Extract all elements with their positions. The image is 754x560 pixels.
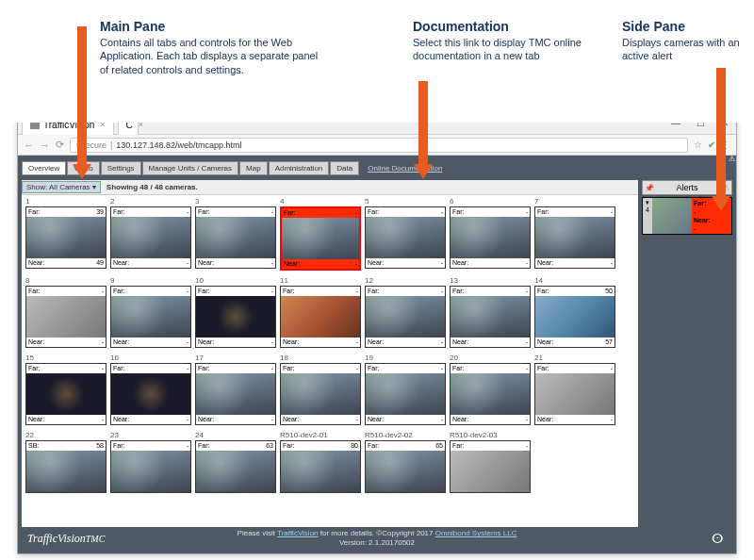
camera-thumbnail[interactable] <box>366 451 445 492</box>
arrow-main <box>77 26 87 166</box>
camera-tile[interactable]: 12Far:-Near:- <box>365 276 446 348</box>
camera-thumbnail[interactable] <box>111 217 190 258</box>
camera-thumbnail[interactable] <box>451 296 530 338</box>
camera-thumbnail[interactable] <box>535 296 615 338</box>
camera-tile[interactable]: R510-dev2-01Far:80 <box>280 431 361 493</box>
arrow-head-doc <box>414 164 433 179</box>
camera-thumbnail[interactable] <box>196 296 275 338</box>
camera-tile[interactable]: 10Far:-Near:- <box>195 276 276 348</box>
camera-thumbnail[interactable] <box>451 451 530 492</box>
url-input[interactable]: t secure | 130.127.148.82/web/tmcapp.htm… <box>70 138 688 153</box>
forward-icon[interactable]: → <box>40 140 50 151</box>
tab-settings[interactable]: Settings <box>101 161 141 175</box>
camera-id: 12 <box>365 276 446 285</box>
camera-thumbnail[interactable] <box>282 218 359 259</box>
camera-tile[interactable]: 23Far:- <box>110 431 191 493</box>
camera-thumbnail[interactable] <box>26 451 106 492</box>
arrow-head-side <box>712 196 730 211</box>
camera-tile[interactable]: 4Far:-⚠Near:- <box>280 197 361 271</box>
camera-tile[interactable]: 3Far:-Near:- <box>195 197 276 271</box>
camera-thumbnail[interactable] <box>366 373 445 415</box>
near-readout: Near:- <box>281 338 360 347</box>
camera-tile[interactable]: 14Far:50Near:57 <box>534 276 615 348</box>
camera-tile[interactable]: 9Far:-Near:- <box>110 276 191 348</box>
browser-window: TrafficVision × C × — ☐ ✕ ← → ⟳ t secure… <box>17 111 737 554</box>
camera-thumbnail[interactable] <box>451 217 530 258</box>
camera-tile[interactable]: 20Far:-Near:- <box>450 354 531 425</box>
camera-tile[interactable]: 11Far:-Near:- <box>280 276 361 348</box>
camera-tile[interactable]: 2Far:-Near:- <box>110 197 191 271</box>
camera-tile[interactable]: 6Far:-Near:- <box>450 197 531 271</box>
tab-manage-units[interactable]: Manage Units / Cameras <box>142 161 238 175</box>
camera-thumbnail[interactable] <box>111 451 190 492</box>
footer-text: Please visit <box>238 529 278 537</box>
footer-link-omnibond[interactable]: Omnibond Systems LLC <box>435 529 517 537</box>
far-readout: Far:- <box>451 207 530 217</box>
camera-tile[interactable]: 1Far:39Near:49 <box>25 197 107 271</box>
camera-thumbnail[interactable] <box>366 296 445 338</box>
footer-center: Please visit TrafficVision for more deta… <box>238 529 517 547</box>
camera-thumbnail[interactable] <box>26 296 106 338</box>
camera-thumbnail[interactable] <box>366 217 445 258</box>
camera-tile[interactable]: 7Far:-Near:- <box>534 197 615 271</box>
camera-thumbnail[interactable] <box>196 451 275 492</box>
far-readout: Far:- <box>366 207 445 217</box>
camera-thumbnail[interactable] <box>535 217 615 258</box>
callout-title: Documentation <box>413 19 592 34</box>
bookmark-icon[interactable]: ☆ <box>694 140 702 150</box>
show-cameras-dropdown[interactable]: Show: All Cameras ▾ <box>22 181 101 193</box>
callout-title: Side Pane <box>622 19 745 34</box>
camera-thumbnail[interactable] <box>111 296 190 338</box>
camera-id: R510-dev2-02 <box>365 431 446 439</box>
camera-tile[interactable]: 8Far:-Near:- <box>25 276 107 348</box>
tab-map[interactable]: Map <box>239 161 268 175</box>
far-readout: Far:- <box>111 207 190 217</box>
camera-id: 2 <box>110 197 191 206</box>
far-readout: Far:39 <box>26 207 106 217</box>
alert-thumbnail[interactable] <box>652 198 692 234</box>
camera-grid[interactable]: 1Far:39Near:492Far:-Near:-3Far:-Near:-4F… <box>22 195 638 527</box>
camera-id: 11 <box>280 276 361 285</box>
camera-thumbnail[interactable] <box>535 373 615 415</box>
camera-thumbnail[interactable] <box>26 373 106 415</box>
logo-text-2: TMC <box>86 534 106 544</box>
camera-tile[interactable]: R510-dev2-03Far:- <box>450 431 531 493</box>
footer-link-trafficvision[interactable]: TrafficVision <box>277 529 318 537</box>
tab-administration[interactable]: Administration <box>269 161 330 175</box>
tab-overview[interactable]: Overview <box>22 161 66 175</box>
camera-tile[interactable]: R510-dev2-02Far:65 <box>365 431 446 493</box>
far-readout: Far:- <box>366 287 445 296</box>
pin-icon[interactable]: 📌 <box>645 184 654 192</box>
camera-tile[interactable]: 19Far:-Near:- <box>365 354 446 425</box>
camera-thumbnail[interactable] <box>451 373 530 415</box>
footer: TrafficVisionTMC Please visit TrafficVis… <box>22 527 732 550</box>
far-readout: Far:-⚠ <box>282 208 359 218</box>
callout-body: Select this link to display TMC online d… <box>413 36 592 63</box>
camera-id: R510-dev2-03 <box>450 431 531 439</box>
far-readout: Far:- <box>111 364 190 373</box>
alert-expand-icon[interactable]: ▾4 <box>643 198 652 234</box>
camera-thumbnail[interactable] <box>281 451 360 492</box>
camera-thumbnail[interactable] <box>196 373 275 415</box>
far-readout: Far:- <box>111 287 190 296</box>
camera-thumbnail[interactable] <box>196 217 275 258</box>
far-readout: Far:- <box>111 441 190 451</box>
camera-tile[interactable]: 18Far:-Near:- <box>280 354 361 425</box>
reload-icon[interactable]: ⟳ <box>56 139 64 151</box>
camera-tile[interactable]: 15Far:-Near:- <box>25 354 107 425</box>
camera-tile[interactable]: 17Far:-Near:- <box>195 354 276 425</box>
near-readout: Near:- <box>451 338 530 347</box>
camera-tile[interactable]: 16Far:-Near:- <box>110 354 191 425</box>
camera-tile[interactable]: 21Far:-Near:- <box>534 354 615 425</box>
camera-tile[interactable]: 13Far:-Near:- <box>450 276 531 348</box>
tab-data[interactable]: Data <box>330 161 359 175</box>
camera-tile[interactable]: 5Far:-Near:- <box>365 197 446 271</box>
back-icon[interactable]: ← <box>24 140 34 151</box>
near-readout: Near:- <box>196 258 275 268</box>
camera-thumbnail[interactable] <box>111 373 190 415</box>
camera-thumbnail[interactable] <box>26 217 106 258</box>
camera-tile[interactable]: 24Far:63 <box>195 431 276 493</box>
camera-thumbnail[interactable] <box>281 296 360 338</box>
camera-tile[interactable]: 22SB:58 <box>25 431 107 493</box>
camera-thumbnail[interactable] <box>281 373 360 415</box>
